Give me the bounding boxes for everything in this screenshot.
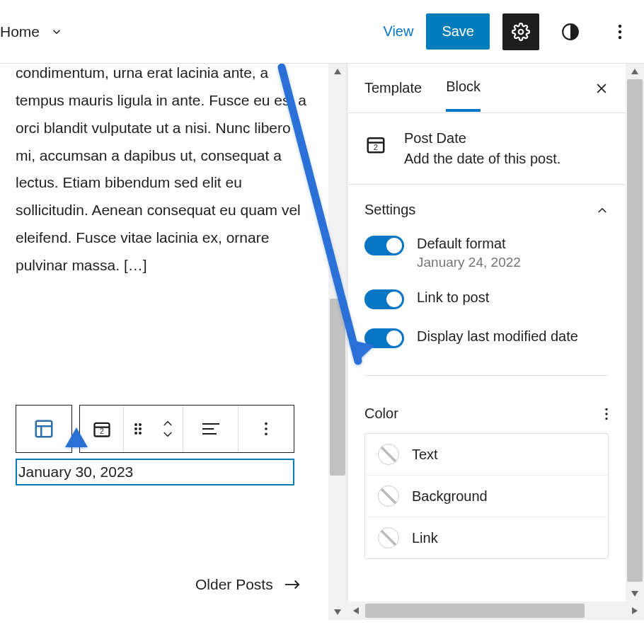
svg-point-11 — [134, 423, 137, 426]
drag-icon — [133, 422, 143, 436]
color-heading-row[interactable]: Color — [364, 401, 609, 429]
color-heading: Color — [364, 406, 398, 422]
post-date-block[interactable]: January 30, 2023 — [16, 459, 294, 485]
swatch-icon — [378, 444, 399, 465]
svg-marker-25 — [334, 609, 341, 615]
sidebar-h-scrollbar[interactable] — [347, 602, 644, 620]
styles-button[interactable] — [552, 13, 589, 50]
align-button[interactable] — [183, 406, 238, 452]
kebab-icon[interactable] — [604, 407, 609, 421]
scroll-down-button[interactable] — [328, 604, 347, 620]
svg-marker-35 — [631, 591, 638, 597]
color-list: Text Background Link — [364, 433, 609, 559]
home-label: Home — [0, 23, 40, 40]
toggle-display-modified[interactable] — [364, 328, 404, 348]
post-content[interactable]: condimentum, urna erat lacinia ante, a t… — [0, 64, 328, 294]
scroll-thumb[interactable] — [627, 79, 643, 582]
color-link-label: Link — [412, 530, 438, 546]
editor-scrollbar[interactable] — [328, 64, 347, 620]
close-sidebar-button[interactable] — [594, 81, 609, 96]
post-date-icon: 2 — [364, 133, 387, 156]
settings-heading-row[interactable]: Settings — [364, 197, 609, 225]
block-info-panel: 2 Post Date Add the date of this post. — [347, 113, 626, 185]
tab-template[interactable]: Template — [364, 66, 422, 110]
svg-point-22 — [265, 433, 268, 436]
block-title: Post Date — [404, 130, 560, 146]
settings-button[interactable] — [502, 13, 539, 50]
svg-point-0 — [519, 29, 524, 34]
view-link[interactable]: View — [383, 23, 413, 40]
chevron-up-icon — [596, 206, 609, 214]
svg-rect-5 — [36, 421, 52, 437]
paragraph-block[interactable]: condimentum, urna erat lacinia ante, a t… — [16, 64, 313, 280]
scroll-down-button[interactable] — [626, 586, 644, 602]
default-format-label: Default format — [417, 234, 521, 253]
swatch-icon — [378, 485, 399, 507]
setting-link-to-post: Link to post — [364, 279, 609, 318]
parent-block-button[interactable] — [16, 406, 71, 452]
color-background-label: Background — [412, 488, 488, 505]
svg-marker-34 — [631, 69, 638, 74]
svg-point-21 — [265, 427, 268, 430]
svg-marker-24 — [334, 69, 341, 74]
move-buttons — [152, 406, 183, 452]
top-bar: Home View Save — [0, 0, 644, 64]
drag-handle[interactable] — [124, 406, 152, 452]
settings-heading: Settings — [364, 202, 415, 218]
color-background[interactable]: Background — [365, 476, 608, 517]
toggle-default-format[interactable] — [364, 236, 404, 255]
setting-display-modified: Display last modified date — [364, 318, 609, 357]
more-options-button[interactable] — [602, 13, 638, 50]
older-posts-label: Older Posts — [195, 576, 273, 593]
color-text[interactable]: Text — [365, 434, 608, 476]
arrow-right-icon — [284, 580, 300, 590]
editor-column: condimentum, urna erat lacinia ante, a t… — [0, 64, 347, 620]
svg-text:2: 2 — [374, 143, 378, 151]
display-modified-label: Display last modified date — [417, 326, 578, 346]
move-up-button[interactable] — [161, 419, 174, 427]
sidebar-scrollbar[interactable] — [626, 64, 644, 602]
svg-point-16 — [139, 432, 142, 435]
color-section: Color Text Background — [347, 389, 626, 572]
scroll-right-button[interactable] — [626, 606, 644, 615]
scroll-track[interactable] — [626, 79, 644, 586]
scroll-track[interactable] — [365, 602, 626, 620]
move-down-button[interactable] — [161, 430, 174, 439]
topbar-actions: View Save — [383, 13, 638, 50]
block-type-button[interactable]: 2 — [80, 406, 124, 452]
scroll-left-button[interactable] — [347, 606, 365, 615]
post-date-icon: 2 — [92, 419, 112, 439]
svg-marker-36 — [353, 607, 359, 614]
default-format-example: January 24, 2022 — [417, 255, 521, 270]
block-description: Add the date of this post. — [404, 151, 560, 167]
tab-block[interactable]: Block — [446, 64, 481, 112]
setting-default-format: Default format January 24, 2022 — [364, 225, 609, 279]
svg-point-32 — [605, 413, 607, 415]
scroll-up-button[interactable] — [328, 64, 347, 79]
align-icon — [201, 421, 221, 437]
scroll-thumb[interactable] — [365, 604, 585, 618]
svg-point-3 — [619, 30, 621, 33]
save-button[interactable]: Save — [426, 13, 490, 50]
document-switcher[interactable]: Home — [0, 23, 64, 40]
svg-point-12 — [139, 423, 142, 426]
color-link[interactable]: Link — [365, 517, 608, 558]
gear-icon — [512, 23, 530, 41]
chevron-down-icon — [50, 25, 64, 39]
svg-marker-37 — [632, 607, 638, 614]
scroll-up-button[interactable] — [626, 64, 644, 79]
svg-text:2: 2 — [100, 427, 104, 435]
svg-point-31 — [605, 408, 607, 410]
toggle-link-to-post[interactable] — [364, 289, 404, 309]
svg-point-33 — [605, 418, 607, 420]
color-text-label: Text — [412, 447, 438, 463]
older-posts-link[interactable]: Older Posts — [195, 576, 300, 593]
kebab-icon — [264, 421, 268, 437]
block-more-button[interactable] — [238, 406, 294, 452]
scroll-track[interactable] — [328, 79, 347, 604]
scroll-thumb[interactable] — [330, 299, 345, 476]
post-date-value: January 30, 2023 — [18, 464, 133, 481]
svg-point-2 — [619, 24, 621, 27]
contrast-icon — [561, 23, 580, 41]
main-area: condimentum, urna erat lacinia ante, a t… — [0, 64, 644, 620]
